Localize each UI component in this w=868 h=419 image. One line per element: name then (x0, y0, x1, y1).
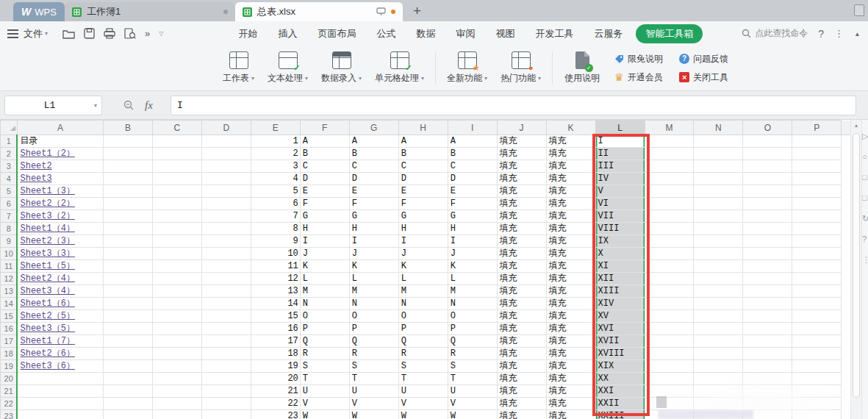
cell-A7[interactable]: Sheet3（2） (17, 210, 103, 223)
cell-I3[interactable]: C (448, 160, 497, 173)
cell-N5[interactable] (694, 185, 743, 198)
cell-L8[interactable]: VIII (595, 223, 645, 235)
cell-L21[interactable]: XXI (595, 385, 645, 398)
cell-I2[interactable]: B (448, 148, 497, 160)
cell-F15[interactable]: O (300, 310, 349, 323)
cell-J3[interactable]: 填充 (497, 160, 546, 173)
cell-M22[interactable] (645, 398, 694, 410)
vertical-scrollbar[interactable]: ▴ (850, 120, 861, 419)
cell-O8[interactable] (743, 223, 792, 235)
cell-A5[interactable]: Sheet1（3） (17, 185, 103, 198)
cell-E16[interactable]: 16 (251, 323, 300, 335)
cell-O4[interactable] (743, 173, 792, 185)
sidebar-tool-icon[interactable]: □ (862, 173, 868, 182)
cell-K8[interactable]: 填充 (546, 223, 595, 235)
column-header-O[interactable]: O (743, 121, 792, 135)
cell-G3[interactable]: C (349, 160, 398, 173)
cell-D2[interactable] (201, 148, 251, 160)
formula-input[interactable]: I (171, 96, 856, 115)
row-header-9[interactable]: 9 (1, 235, 18, 248)
cell-E1[interactable]: 1 (251, 135, 300, 148)
cell-J8[interactable]: 填充 (497, 223, 546, 235)
cell-E8[interactable]: 8 (251, 223, 300, 235)
scroll-up-icon[interactable]: ▴ (851, 122, 861, 129)
cell-M20[interactable] (645, 373, 694, 385)
cell-B15[interactable] (103, 310, 152, 323)
cell-E11[interactable]: 11 (251, 260, 300, 273)
cell-D21[interactable] (201, 385, 251, 398)
cell-A19[interactable]: Sheet3（6） (17, 360, 103, 373)
cell-A16[interactable]: Sheet3（5） (17, 323, 103, 335)
cell-H5[interactable]: E (398, 185, 448, 198)
cell-A1[interactable]: 目录 (17, 135, 103, 148)
row-header-8[interactable]: 8 (1, 223, 18, 235)
column-header-I[interactable]: I (448, 121, 497, 135)
cell-B17[interactable] (103, 335, 152, 348)
cell-F12[interactable]: L (300, 273, 349, 285)
cell-E10[interactable]: 10 (251, 248, 300, 260)
row-header-14[interactable]: 14 (1, 298, 18, 310)
new-tab-button[interactable]: + (413, 3, 421, 19)
cell-J6[interactable]: 填充 (497, 198, 546, 210)
cell-A9[interactable]: Sheet2（3） (17, 235, 103, 248)
cell-A4[interactable]: Sheet3 (17, 173, 103, 185)
document-tab-zongbiao-active[interactable]: 总表.xlsx (235, 2, 403, 21)
cell-O15[interactable] (743, 310, 792, 323)
cell-E21[interactable]: 21 (251, 385, 300, 398)
cell-A8[interactable]: Sheet1（4） (17, 223, 103, 235)
row-header-12[interactable]: 12 (1, 273, 18, 285)
cell-H16[interactable]: P (398, 323, 448, 335)
cell-M1[interactable] (645, 135, 694, 148)
cell-C15[interactable] (152, 310, 201, 323)
cell-D9[interactable] (201, 235, 251, 248)
row-header-11[interactable]: 11 (1, 260, 18, 273)
row-header-6[interactable]: 6 (1, 198, 18, 210)
cell-P4[interactable] (792, 173, 842, 185)
cell-G10[interactable]: J (349, 248, 398, 260)
cell-A2[interactable]: Sheet1（2） (17, 148, 103, 160)
row-header-5[interactable]: 5 (1, 185, 18, 198)
cell-B20[interactable] (103, 373, 152, 385)
ribbon-tool-hot-features[interactable]: ●热门功能▾ (494, 51, 548, 85)
cell-J19[interactable]: 填充 (497, 360, 546, 373)
row-header-7[interactable]: 7 (1, 210, 18, 223)
cell-M8[interactable] (645, 223, 694, 235)
save-icon[interactable] (84, 28, 95, 39)
cell-N19[interactable] (694, 360, 743, 373)
print-preview-icon[interactable] (124, 28, 136, 39)
cell-K3[interactable]: 填充 (546, 160, 595, 173)
cell-B21[interactable] (103, 385, 152, 398)
cell-C14[interactable] (152, 298, 201, 310)
cell-P12[interactable] (792, 273, 842, 285)
cell-I1[interactable]: A (448, 135, 497, 148)
ribbon-link-question[interactable]: ?问题反馈 (679, 53, 728, 65)
cell-F7[interactable]: G (300, 210, 349, 223)
cell-G4[interactable]: D (349, 173, 398, 185)
cell-A13[interactable]: Sheet3（4） (17, 285, 103, 298)
cell-I7[interactable]: G (448, 210, 497, 223)
cell-P7[interactable] (792, 210, 842, 223)
cell-E18[interactable]: 18 (251, 348, 300, 360)
cell-C7[interactable] (152, 210, 201, 223)
cell-H6[interactable]: F (398, 198, 448, 210)
cell-G14[interactable]: N (349, 298, 398, 310)
cell-F23[interactable]: W (300, 410, 349, 419)
cell-K4[interactable]: 填充 (546, 173, 595, 185)
cell-M2[interactable] (645, 148, 694, 160)
cell-K1[interactable]: 填充 (546, 135, 595, 148)
cell-L22[interactable]: XXII (595, 398, 645, 410)
cell-N10[interactable] (694, 248, 743, 260)
cell-M12[interactable] (645, 273, 694, 285)
open-folder-icon[interactable] (62, 29, 75, 39)
cell-I8[interactable]: H (448, 223, 497, 235)
cell-G18[interactable]: R (349, 348, 398, 360)
cell-O2[interactable] (743, 148, 792, 160)
ribbon-link-crown[interactable]: ♛开通会员 (614, 71, 663, 84)
cell-D16[interactable] (201, 323, 251, 335)
cell-J7[interactable]: 填充 (497, 210, 546, 223)
cell-H7[interactable]: G (398, 210, 448, 223)
cell-I14[interactable]: N (448, 298, 497, 310)
cell-E12[interactable]: 12 (251, 273, 300, 285)
cell-F21[interactable]: U (300, 385, 349, 398)
menu-item-6[interactable]: 视图 (485, 24, 525, 44)
